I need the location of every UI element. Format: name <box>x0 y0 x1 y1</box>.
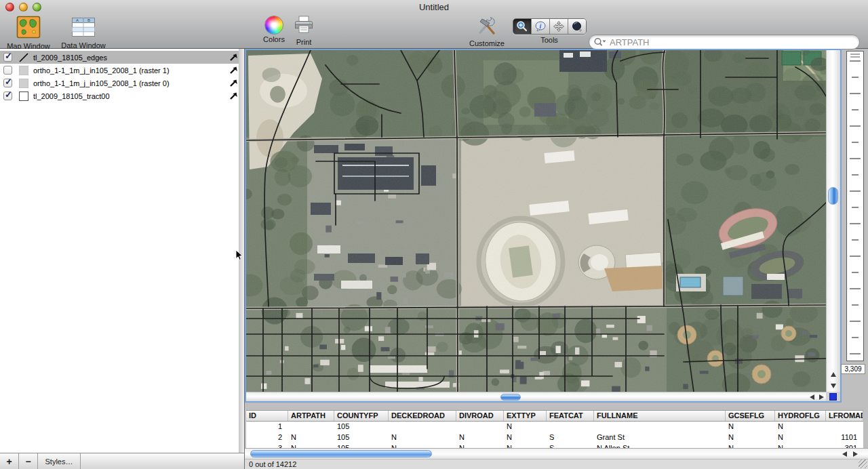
map-vertical-scroll-thumb[interactable] <box>828 187 838 205</box>
table-cell: 3 <box>246 443 288 448</box>
add-layer-button[interactable]: + <box>0 453 19 469</box>
layer-visibility-checkbox[interactable]: ✓ <box>3 66 12 75</box>
lasso-tool-icon <box>571 20 583 33</box>
right-arrow-icon <box>853 451 858 457</box>
mouse-cursor <box>235 249 243 264</box>
map-window-icon <box>16 16 41 41</box>
column-header[interactable]: ID <box>246 411 288 421</box>
down-arrow-icon <box>831 384 836 388</box>
map-horizontal-scroll-thumb[interactable] <box>500 394 521 401</box>
print-label: Print <box>289 38 319 46</box>
layer-name: tl_2009_18105_edges <box>33 54 229 62</box>
layer-row[interactable]: ✓ tl_2009_18105_edges <box>0 51 244 64</box>
table-cell: N <box>504 422 547 432</box>
table-cell: 105 <box>334 443 389 448</box>
table-cell: N <box>288 443 334 448</box>
up-arrow-icon <box>831 372 836 377</box>
table-cell: 2 <box>246 432 288 443</box>
open-in-window-icon[interactable] <box>229 53 238 62</box>
open-in-window-icon[interactable] <box>229 79 238 88</box>
open-in-window-icon[interactable] <box>229 91 238 101</box>
layer-row[interactable]: ✓ ortho_1-1_1m_j_in105_2008_1 (raster 1) <box>0 64 244 77</box>
aerial-map <box>246 50 826 392</box>
scroll-left-button[interactable] <box>807 392 816 401</box>
table-cell <box>594 422 726 432</box>
zoom-slider-ticks <box>847 52 863 361</box>
titlebar[interactable]: Untitled <box>0 0 868 14</box>
scale-field[interactable]: 3,309 <box>841 364 865 374</box>
table-scroll-left-button[interactable] <box>840 449 849 459</box>
layer-name: ortho_1-1_1m_j_in105_2008_1 (raster 1) <box>33 66 229 75</box>
layer-visibility-checkbox[interactable]: ✓ <box>3 53 12 62</box>
map-window-button[interactable]: Map Window <box>4 16 53 50</box>
table-cell <box>389 422 456 432</box>
info-tool-button[interactable]: i <box>531 19 549 34</box>
layer-symbol-icon <box>19 79 28 88</box>
map-vertical-scrollbar[interactable] <box>826 50 840 392</box>
column-header[interactable]: DIVROAD <box>456 411 504 421</box>
scroll-up-button[interactable] <box>827 369 840 380</box>
pane-corner-widget[interactable] <box>829 393 837 401</box>
column-header[interactable]: GCSEFLG <box>726 411 775 421</box>
map-horizontal-scrollbar[interactable] <box>246 392 826 401</box>
table-horizontal-scrollbar[interactable] <box>245 448 868 459</box>
print-button[interactable]: Print <box>289 16 319 46</box>
column-header[interactable]: EXTTYP <box>504 411 547 421</box>
table-scroll-right-button[interactable] <box>850 449 860 459</box>
layer-row[interactable]: ✓ ortho_1-1_1m_j_in105_2008_1 (raster 0) <box>0 77 244 89</box>
column-header[interactable]: LFROMADD <box>826 411 863 421</box>
zoom-tool-button[interactable] <box>513 19 531 34</box>
table-cell: 105 <box>334 422 389 432</box>
table-cell: 301 <box>826 443 863 448</box>
svg-text:B: B <box>87 18 90 22</box>
info-tool-icon: i <box>534 20 547 33</box>
colors-button[interactable]: Colors <box>258 16 290 43</box>
search-icon <box>593 37 607 47</box>
layer-visibility-checkbox[interactable]: ✓ <box>3 79 12 87</box>
lasso-tool-button[interactable] <box>568 19 586 34</box>
column-header[interactable]: COUNTYFP <box>334 411 389 421</box>
color-wheel-icon <box>264 16 283 35</box>
search-field[interactable]: ARTPATH <box>589 35 860 49</box>
printer-icon <box>294 16 314 37</box>
column-header[interactable]: FEATCAT <box>547 411 594 421</box>
table-row[interactable]: 1105NNN <box>246 422 863 432</box>
data-window-button[interactable]: A B Data Window <box>57 16 110 49</box>
table-cell: N <box>726 443 775 448</box>
layer-visibility-checkbox[interactable]: ✓ <box>3 91 12 100</box>
svg-text:i: i <box>539 22 541 30</box>
table-cell: N <box>504 432 547 443</box>
column-header[interactable]: ARTPATH <box>288 411 334 421</box>
customize-tools-icon <box>475 16 498 39</box>
table-row[interactable]: 3N105NNNSN Allen StNN301 <box>246 443 863 448</box>
table-cell: 1101 <box>826 432 863 443</box>
table-scroll-thumb[interactable] <box>250 450 432 457</box>
scrollbar-corner[interactable] <box>826 392 840 401</box>
table-cell: N Allen St <box>594 443 726 448</box>
remove-layer-button[interactable]: − <box>19 453 38 469</box>
column-header[interactable]: HYDROFLG <box>775 411 826 421</box>
table-cell: N <box>775 422 826 432</box>
open-in-window-icon[interactable] <box>229 66 238 75</box>
table-cell <box>456 422 504 432</box>
column-header[interactable]: FULLNAME <box>594 411 726 421</box>
table-cell: N <box>389 443 456 448</box>
pan-tool-button[interactable] <box>549 19 568 34</box>
attribute-table-body[interactable]: 1105NNN2N105NNNSGrant StNN11013N105NNNSN… <box>246 422 863 448</box>
scroll-right-button[interactable] <box>816 392 826 401</box>
zoom-slider[interactable] <box>846 51 864 361</box>
styles-button[interactable]: Styles… <box>38 453 81 469</box>
scroll-down-button[interactable] <box>827 380 840 392</box>
colors-label: Colors <box>258 35 290 43</box>
customize-button[interactable]: Customize <box>464 16 510 47</box>
attribute-table-header: IDARTPATHCOUNTYFPDECKEDROADDIVROADEXTTYP… <box>246 410 863 422</box>
table-row[interactable]: 2N105NNNSGrant StNN1101 <box>246 432 863 443</box>
column-header[interactable]: DECKEDROAD <box>389 411 456 421</box>
zoom-tool-icon <box>516 20 528 33</box>
resize-grip[interactable] <box>859 460 867 468</box>
search-placeholder: ARTPATH <box>610 37 650 47</box>
table-cell: N <box>726 432 775 443</box>
layer-row[interactable]: ✓ tl_2009_18105_tract00 <box>0 89 244 102</box>
table-cell: 105 <box>334 432 389 443</box>
map-canvas[interactable] <box>246 50 826 392</box>
